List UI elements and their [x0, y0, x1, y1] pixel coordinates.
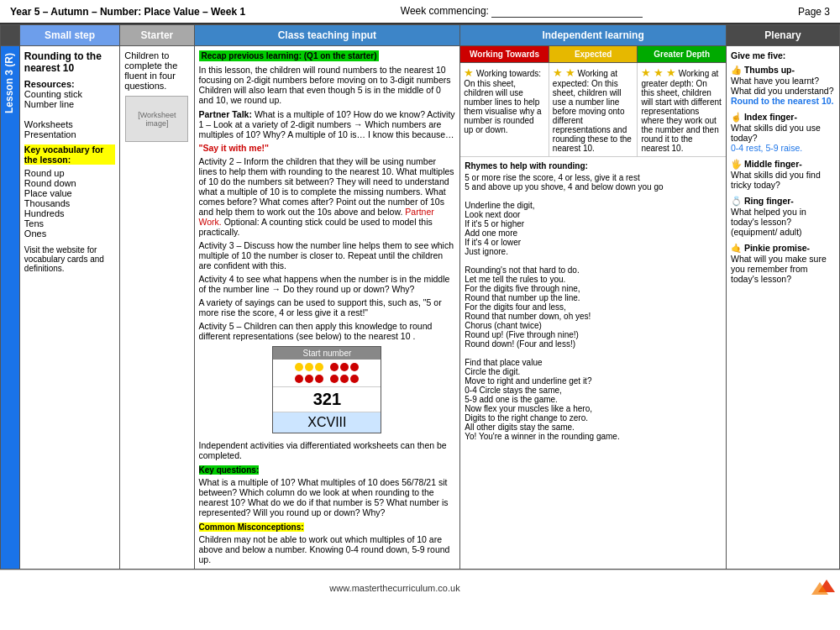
intro-text: In this lesson, the children will round …: [199, 65, 456, 105]
dot-r9: [350, 375, 359, 383]
indep-subheaders: Working Towards Expected Greater Depth: [460, 46, 726, 63]
dot-r4: [295, 375, 303, 383]
activity3: Activity 3 – Discuss how the number line…: [199, 240, 456, 270]
round-link: Round to the nearest 10.: [731, 96, 834, 106]
say-it: "Say it with me!": [199, 143, 456, 153]
misconceptions: Children may not be able to work out whi…: [199, 534, 456, 564]
class-teaching-cell: Recap previous learning: (Q1 on the star…: [194, 46, 460, 570]
poem-l9: Find that place value: [465, 358, 722, 367]
page-header: Year 5 – Autumn – Number: Place Value – …: [0, 0, 840, 24]
gd-star2: ★: [654, 66, 664, 79]
wt-star: ★: [464, 66, 474, 79]
poem-l6: Chorus (chant twice): [465, 321, 722, 330]
plenary-cell: Give me five: 👍 Thumbs up- What have you…: [726, 46, 839, 570]
indep-text: Independent activities via differentiate…: [199, 440, 456, 460]
footer: www.masterthecurriculum.co.uk: [0, 570, 840, 606]
poem-l12: 0-4 Circle stays the same,: [465, 386, 722, 395]
week-commencing: Week commencing:: [245, 5, 798, 18]
key-questions-label: Key questions:: [199, 465, 260, 475]
number-321: 321: [273, 386, 381, 412]
resources-label: Resources:: [24, 79, 115, 89]
rhyme2: 5 and above up you shove, 4 and below do…: [465, 182, 722, 192]
middle-item: 🖐 Middle finger- What skills did you fin…: [731, 159, 835, 190]
poem-l7: Round up! (Five through nine!): [465, 330, 722, 339]
poem-l13: 5-9 add one is the game.: [465, 395, 722, 404]
wt-header: Working Towards: [460, 46, 549, 62]
pinkie-item: 🤙 Pinkie promise- What will you make sur…: [731, 243, 835, 284]
class-teaching-header: Class teaching input: [194, 25, 460, 46]
starter-header: Starter: [120, 25, 194, 46]
dot-r7: [330, 375, 339, 383]
poem-l8: Round down! (Four and less!): [465, 339, 722, 349]
poem-l17: Yo! You're a winner in the rounding game…: [465, 432, 722, 441]
resource-counting: Counting stick: [24, 89, 115, 99]
dot-r3: [350, 363, 359, 371]
main-table: Small step Starter Class teaching input …: [0, 24, 840, 570]
dot-y3: [315, 363, 323, 371]
vocabulary-list: Round up Round down Place value Thousand…: [24, 168, 115, 239]
lesson-cell: Lesson 3 (R): [1, 46, 20, 570]
independent-cell: Working Towards Expected Greater Depth ★…: [460, 46, 727, 570]
presentation: Presentation: [24, 129, 115, 139]
activity5: Activity 5 – Children can then apply thi…: [199, 321, 456, 341]
rhyme1: 5 or more rise the score, 4 or less, giv…: [465, 173, 722, 182]
poem-l11: Move to right and underline get it?: [465, 376, 722, 386]
poem-l4: For the digits four and less,: [465, 302, 722, 312]
rhyme3-l1: Look next door: [465, 210, 722, 219]
rhymes-title: Rhymes to help with rounding:: [465, 161, 722, 171]
vocab-label: Key vocabulary for the lesson:: [24, 144, 115, 165]
recap-label: Recap previous learning: (Q1 on the star…: [199, 50, 380, 61]
thumb-icon: 👍: [731, 65, 742, 75]
dot-r2: [340, 363, 349, 371]
misconceptions-label: Common Misconceptions:: [199, 522, 304, 532]
page-title: Year 5 – Autumn – Number: Place Value – …: [10, 6, 245, 18]
gd-header: Greater Depth: [638, 46, 726, 62]
poem-l2: For the digits five through nine,: [465, 284, 722, 293]
poem-l10: Circle the digit.: [465, 367, 722, 376]
activity4: Activity 4 to see what happens when the …: [199, 274, 456, 294]
pinkie-icon: 🤙: [731, 243, 742, 253]
give-five: Give me five:: [731, 50, 835, 60]
poem-l16: All other digits stay the same.: [465, 423, 722, 432]
dot-r8: [340, 375, 349, 383]
index-item: ☝ Index finger- What skills did you use …: [731, 112, 835, 153]
dot-y1: [295, 363, 303, 371]
key-questions: What is a multiple of 10? What multiples…: [199, 477, 456, 517]
dots-container: [273, 360, 381, 373]
poem-l3: Round that number up the line.: [465, 293, 722, 302]
independent-header: Independent learning: [460, 25, 727, 46]
visit-text: Visit the website for vocabulary cards a…: [24, 245, 115, 273]
logo-area: [785, 575, 835, 601]
activity2: Activity 2 – Inform the children that th…: [199, 156, 456, 237]
sayings: A variety of sayings can be used to supp…: [199, 297, 456, 318]
small-step-cell: Rounding to the nearest 10 Resources: Co…: [19, 46, 119, 570]
small-step-header: Small step: [19, 25, 119, 46]
plenary-header: Plenary: [726, 25, 839, 46]
starter-text: Children to complete the fluent in four …: [124, 50, 189, 91]
rhyme3-l3: Add one more: [465, 228, 722, 238]
dot-r1: [330, 363, 339, 371]
poem-title: Rounding's not that hard to do.: [465, 265, 722, 275]
column-headers: Small step Starter Class teaching input …: [1, 25, 840, 46]
ex-content: ★ ★ Working at expected: On this sheet, …: [549, 63, 638, 156]
worksheets: Worksheets: [24, 119, 115, 129]
middle-icon: 🖐: [731, 159, 742, 169]
start-number-label: Start number: [273, 347, 381, 360]
indep-content: ★ Working towards: On this sheet, childr…: [460, 63, 726, 157]
rhyme3-l4: If it's 4 or lower: [465, 238, 722, 247]
small-step-title: Rounding to the nearest 10: [24, 50, 115, 74]
rhyme3-l2: If it's 5 or higher: [465, 219, 722, 228]
dot-r6: [315, 375, 323, 383]
ex-header: Expected: [549, 46, 638, 62]
xcviii: XCVIII: [273, 412, 381, 433]
gd-star3: ★: [666, 66, 676, 79]
resource-number-line: Number line: [24, 99, 115, 109]
footer-url: www.masterthecurriculum.co.uk: [5, 583, 785, 593]
number-box: Start number: [272, 346, 381, 433]
page-number: Page 3: [798, 6, 830, 18]
poem-l15: Digits to the right change to zero.: [465, 413, 722, 423]
ex-star1: ★: [553, 66, 563, 79]
starter-cell: Children to complete the fluent in four …: [120, 46, 194, 570]
rhyme3-title: Underline the digit,: [465, 201, 722, 210]
lesson-col-header: [1, 25, 20, 46]
